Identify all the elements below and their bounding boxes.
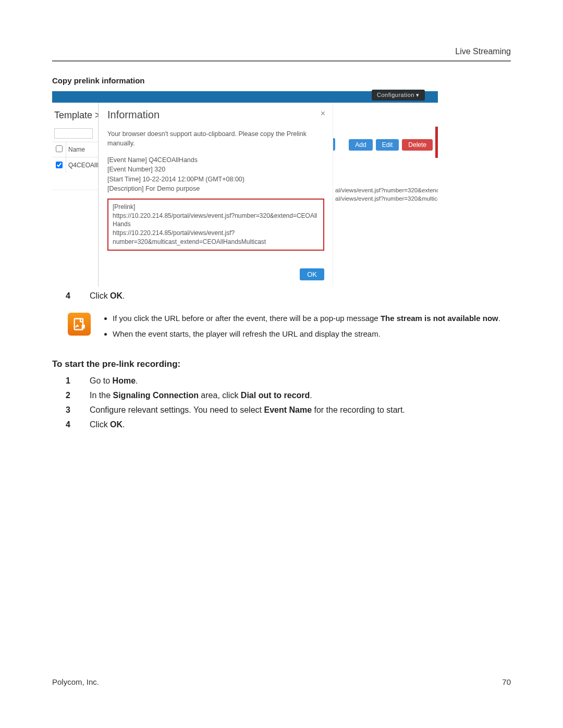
row-checkbox[interactable] bbox=[56, 162, 63, 168]
edit-button[interactable]: Edit bbox=[376, 139, 399, 151]
info-description: [Description] For Demo purpose bbox=[107, 184, 324, 193]
step-bold: Event Name bbox=[264, 405, 312, 414]
step-text: Go to bbox=[90, 376, 113, 385]
step-text: . bbox=[310, 391, 312, 400]
right-column: Add Edit Delete al/views/event.jsf?numbe… bbox=[333, 103, 438, 287]
right-url-1: al/views/event.jsf?number=320&extend=0 bbox=[335, 186, 438, 194]
prelink-label: [Prelink] bbox=[113, 203, 319, 212]
header-rule bbox=[52, 60, 511, 61]
close-icon[interactable]: × bbox=[321, 109, 325, 118]
left-column: Template > Name Q4CEOAllH bbox=[52, 103, 99, 287]
subheading: To start the pre-link recording: bbox=[52, 359, 511, 369]
step-text: Click bbox=[90, 291, 110, 300]
step-2: 2 In the Signaling Connection area, clic… bbox=[52, 389, 511, 402]
prelink-url-2: https://10.220.214.85/portal/views/event… bbox=[113, 229, 319, 238]
step-text: for the recording to start. bbox=[312, 405, 405, 414]
step-text: Configure relevant settings. You need to… bbox=[90, 405, 264, 414]
select-all-checkbox[interactable] bbox=[56, 145, 63, 152]
step-text: area, click bbox=[199, 391, 241, 400]
partial-button bbox=[333, 138, 335, 151]
step-number: 1 bbox=[52, 375, 90, 387]
step-number: 4 bbox=[52, 418, 90, 431]
step-text: In the bbox=[90, 391, 113, 400]
step-bold: Dial out to record bbox=[241, 391, 310, 400]
search-input[interactable] bbox=[54, 128, 93, 139]
step-number: 3 bbox=[52, 404, 90, 416]
prelink-url-1: https://10.220.214.85/portal/views/event… bbox=[113, 212, 319, 229]
note-bullet-2: When the event starts, the player will r… bbox=[113, 328, 511, 340]
note-bold: The stream is not available now bbox=[381, 314, 498, 323]
footer-right: 70 bbox=[502, 677, 511, 686]
step-bold: Home bbox=[113, 376, 136, 385]
app-topbar: Configuration ▾ bbox=[52, 91, 438, 103]
note-text: If you click the URL before or after the… bbox=[113, 314, 381, 323]
step-number: 2 bbox=[52, 389, 90, 402]
prelink-box[interactable]: [Prelink] https://10.220.214.85/portal/v… bbox=[107, 199, 324, 251]
screenshot-figure: Configuration ▾ Template > Name Q4CEOAll… bbox=[52, 91, 438, 287]
step-number: 4 bbox=[52, 290, 90, 302]
note-text: . bbox=[498, 314, 500, 323]
note-bullet-1: If you click the URL before or after the… bbox=[113, 313, 511, 325]
step-1: 1 Go to Home. bbox=[52, 375, 511, 387]
page-footer: Polycom, Inc. 70 bbox=[52, 677, 511, 686]
modal-title: Information bbox=[99, 103, 333, 126]
footer-left: Polycom, Inc. bbox=[52, 677, 99, 686]
table-row[interactable]: Q4CEOAllH bbox=[52, 157, 98, 190]
step-4b: 4 Click OK. bbox=[52, 418, 511, 431]
step-text: . bbox=[123, 291, 125, 300]
step-text: Click bbox=[90, 420, 110, 429]
prelink-url-3: number=320&multicast_extend=CEOAllHandsM… bbox=[113, 238, 319, 246]
information-modal: Information × Your browser doesn't suppo… bbox=[99, 103, 333, 287]
step-bold: OK bbox=[110, 291, 123, 300]
page-header-right: Live Streaming bbox=[52, 47, 511, 56]
ok-button[interactable]: OK bbox=[300, 268, 324, 280]
step-4a: 4 Click OK. bbox=[52, 290, 511, 302]
step-bold: OK bbox=[110, 420, 123, 429]
table-header-row: Name bbox=[52, 142, 98, 157]
right-url-2: al/views/event.jsf?number=320&multicast bbox=[335, 194, 438, 203]
info-start-time: [Start Time] 10-22-2014 12:00PM (GMT+08:… bbox=[107, 175, 324, 184]
step-text: . bbox=[136, 376, 138, 385]
configuration-button[interactable]: Configuration ▾ bbox=[372, 90, 425, 101]
delete-button[interactable]: Delete bbox=[402, 139, 433, 151]
red-strip bbox=[435, 127, 438, 158]
column-header-name: Name bbox=[66, 143, 98, 156]
step-3: 3 Configure relevant settings. You need … bbox=[52, 404, 511, 416]
step-text: . bbox=[123, 420, 125, 429]
add-button[interactable]: Add bbox=[349, 139, 372, 151]
breadcrumb[interactable]: Template > bbox=[52, 103, 98, 127]
modal-message: Your browser doesn't support auto-clipbo… bbox=[107, 129, 324, 148]
step-bold: Signaling Connection bbox=[113, 391, 198, 400]
note-block: If you click the URL before or after the… bbox=[68, 313, 511, 344]
row-name-cell: Q4CEOAllH bbox=[66, 157, 98, 190]
figure-caption: Copy prelink information bbox=[52, 76, 511, 85]
note-icon bbox=[68, 313, 91, 336]
info-event-number: [Event Number] 320 bbox=[107, 165, 324, 174]
info-event-name: [Event Name] Q4CEOAllHands bbox=[107, 155, 324, 165]
